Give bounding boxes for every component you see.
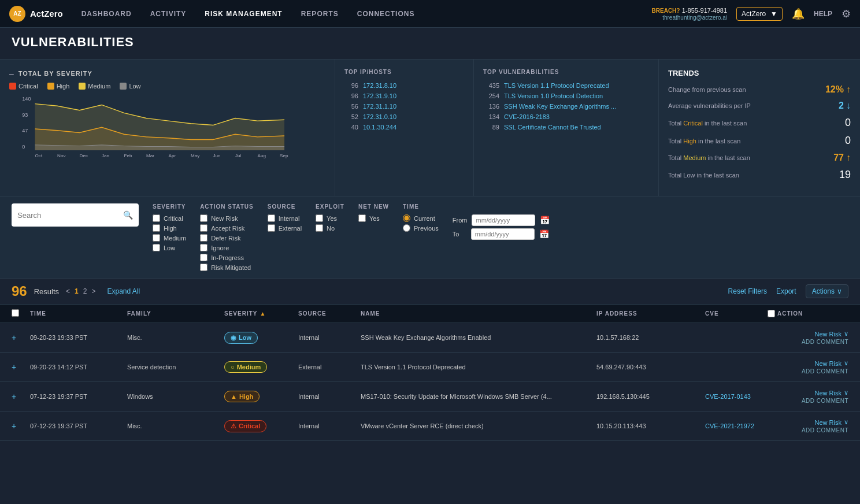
ip-count-3: 56 [344,103,358,110]
actions-label: Actions [812,287,835,295]
row-3-expand-icon[interactable]: + [12,392,25,401]
date-to-input[interactable] [471,228,535,240]
page-prev-button[interactable]: < [66,287,70,295]
time-previous[interactable]: Previous [403,224,439,232]
ip-row-5: 40 10.1.30.244 [344,124,464,131]
row-1-action-select[interactable]: New Risk ∨ [815,330,848,338]
severity-high-checkbox[interactable]: High [153,224,186,232]
table-row-1-content[interactable]: + 09-20-23 19:33 PST Misc. ◉ Low Interna… [0,323,860,352]
svg-text:Apr: Apr [169,153,176,158]
vuln-row-5: 89 SSL Certificate Cannot Be Trusted [483,124,649,131]
source-internal[interactable]: Internal [268,214,302,222]
th-cve: CVE [705,310,763,317]
exploit-yes[interactable]: Yes [316,214,344,222]
vuln-row-3: 136 SSH Weak Key Exchange Algorithms ... [483,103,649,110]
search-input[interactable] [17,211,123,220]
nav-dashboard[interactable]: DASHBOARD [81,10,132,18]
row-4-add-comment[interactable]: ADD COMMENT [802,427,848,433]
severity-low-checkbox[interactable]: Low [153,244,186,251]
logo[interactable]: AZ ActZero [9,6,63,22]
nav-reports[interactable]: REPORTS [301,10,339,18]
severity-chart: 140 93 47 0 Oct Nov Dec Jan Feb Mar Apr … [9,94,325,164]
page-next-button[interactable]: > [91,287,95,295]
action-new-risk[interactable]: New Risk [200,214,254,222]
page-1-button[interactable]: 1 [75,287,79,295]
severity-medium-checkbox[interactable]: Medium [153,234,186,242]
action-in-progress[interactable]: In-Progress [200,254,254,261]
time-current[interactable]: Current [403,214,439,222]
table-row-2: + 09-20-23 14:12 PST Service detection ○… [0,353,860,382]
nav-activity[interactable]: ACTIVITY [150,10,187,18]
ip-addr-1[interactable]: 172.31.8.10 [363,82,396,89]
action-defer-risk[interactable]: Defer Risk [200,234,254,242]
svg-text:May: May [191,153,199,158]
row-1-add-comment[interactable]: ADD COMMENT [802,339,848,345]
vuln-name-1[interactable]: TLS Version 1.1 Protocol Deprecated [504,82,609,89]
net-new-filter-label: NET NEW [358,203,389,210]
chart-area: – TOTAL BY SEVERITY Critical High Medium… [0,60,335,196]
ip-row-1: 96 172.31.8.10 [344,82,464,89]
row-4-action-select[interactable]: New Risk ∨ [815,418,848,426]
trend-avg-value: 2 ↓ [839,101,851,111]
ip-row-2: 96 172.31.9.10 [344,92,464,99]
help-link[interactable]: HELP [814,10,832,18]
ip-addr-5[interactable]: 10.1.30.244 [363,124,396,131]
tenant-selector[interactable]: ActZero ▼ [736,7,783,21]
row-2-expand-icon[interactable]: + [12,362,25,372]
source-filter-label: SOURCE [268,203,302,210]
page-2-button[interactable]: 2 [83,287,87,295]
vuln-count-4: 134 [483,113,499,120]
reset-filters-button[interactable]: Reset Filters [728,287,767,295]
row-2-add-comment[interactable]: ADD COMMENT [802,368,848,375]
vuln-name-3[interactable]: SSH Weak Key Exchange Algorithms ... [504,103,616,110]
table-row-3-content[interactable]: + 07-12-23 19:37 PST Windows ▲ High Inte… [0,382,860,411]
source-filter: SOURCE Internal External [268,203,302,232]
actions-dropdown-button[interactable]: Actions ∨ [806,284,848,298]
row-4-expand-icon[interactable]: + [12,421,25,431]
export-button[interactable]: Export [776,287,796,295]
legend-medium-label: Medium [88,83,110,90]
critical-badge-icon: ⚠ [231,423,236,430]
expand-all-button[interactable]: Expand All [107,287,140,295]
nav-connections[interactable]: CONNECTIONS [357,10,415,18]
page-header: VULNERABILITIES [0,28,860,60]
trend-avg-label: Average vulnerabilities per IP [668,102,751,109]
ip-addr-4[interactable]: 172.31.0.10 [363,113,396,120]
vuln-name-5[interactable]: SSL Certificate Cannot Be Trusted [504,124,601,131]
date-from-input[interactable] [472,214,535,226]
ip-addr-3[interactable]: 172.31.1.10 [363,103,396,110]
severity-critical-checkbox[interactable]: Critical [153,214,186,222]
row-1-expand-icon[interactable]: + [12,333,25,342]
notification-bell-icon[interactable]: 🔔 [792,8,805,20]
svg-text:0: 0 [22,144,25,150]
calendar-from-icon[interactable]: 📅 [540,216,550,225]
nav-risk-management[interactable]: RISK MANAGEMENT [205,10,282,18]
action-accept-risk[interactable]: Accept Risk [200,224,254,232]
ip-addr-2[interactable]: 172.31.9.10 [363,92,396,99]
legend-low: Low [120,83,140,90]
action-ignore[interactable]: Ignore [200,244,254,251]
vuln-name-4[interactable]: CVE-2016-2183 [504,113,550,120]
trend-row-medium: Total Medium in the last scan 77 ↑ [668,153,851,163]
search-box[interactable]: 🔍 [12,203,139,227]
row-2-family: Service detection [127,364,220,370]
row-3-action-select[interactable]: New Risk ∨ [815,389,848,396]
from-label: From [453,217,468,224]
row-2-action-select[interactable]: New Risk ∨ [815,360,848,367]
exploit-no[interactable]: No [316,224,344,232]
table-row-2-content[interactable]: + 09-20-23 14:12 PST Service detection ○… [0,353,860,381]
source-external[interactable]: External [268,224,302,232]
collapse-chart-button[interactable]: – [9,69,14,78]
action-risk-mitigated[interactable]: Risk Mitigated [200,264,254,271]
vuln-name-2[interactable]: TLS Version 1.0 Protocol Detection [504,92,603,99]
logo-icon: AZ [9,6,25,22]
settings-gear-icon[interactable]: ⚙ [842,8,851,20]
row-3-add-comment[interactable]: ADD COMMENT [802,398,848,404]
th-severity[interactable]: SEVERITY ▲ [224,310,294,317]
th-checkbox[interactable] [12,309,25,318]
row-2-action: New Risk ∨ ADD COMMENT [768,360,848,375]
net-new-yes[interactable]: Yes [358,214,389,222]
table-row-4-content[interactable]: + 07-12-23 19:37 PST Misc. ⚠ Critical In… [0,412,860,440]
table-header: TIME FAMILY SEVERITY ▲ SOURCE NAME IP AD… [0,305,860,323]
calendar-to-icon[interactable]: 📅 [539,229,549,239]
